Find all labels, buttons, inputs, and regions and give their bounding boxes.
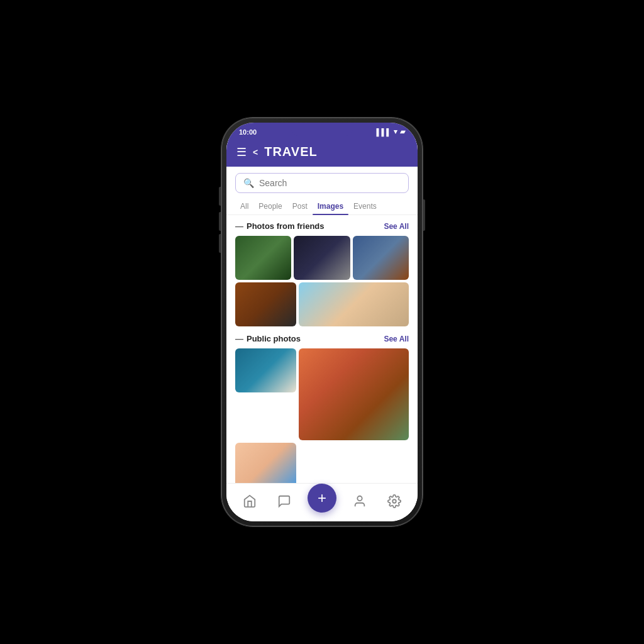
wifi-icon: ▾ <box>394 128 397 136</box>
public-photos-title: Public photos <box>235 334 301 343</box>
notch <box>291 123 353 136</box>
add-icon: + <box>318 489 326 507</box>
friends-photo-3[interactable] <box>353 236 409 280</box>
profile-nav-icon[interactable] <box>348 490 371 513</box>
friends-photos-title: Photos from friends <box>235 221 325 231</box>
chat-nav-icon[interactable] <box>273 490 296 513</box>
bottom-nav: + <box>226 483 418 521</box>
settings-nav-icon[interactable] <box>383 490 406 513</box>
friends-photo-2[interactable] <box>294 236 350 280</box>
public-photo-3[interactable] <box>235 443 296 483</box>
svg-point-1 <box>392 499 396 503</box>
friends-photo-4[interactable] <box>235 282 296 326</box>
friends-bottom-grid <box>235 282 409 326</box>
search-icon: 🔍 <box>243 178 254 188</box>
home-nav-icon[interactable] <box>238 490 261 513</box>
phone-screen: 10:00 ▌▌▌ ▾ ▰ ☰ < TRAVEL 🔍 <box>226 123 418 521</box>
search-input[interactable] <box>259 178 401 188</box>
public-photo-2[interactable] <box>299 348 409 440</box>
friends-photo-5[interactable] <box>299 282 409 326</box>
friends-top-grid <box>235 236 409 280</box>
scroll-content[interactable]: Photos from friends See All Public photo… <box>226 215 418 483</box>
search-section: 🔍 <box>226 167 418 193</box>
tab-all[interactable]: All <box>235 198 253 214</box>
friends-photo-1[interactable] <box>235 236 291 280</box>
phone-frame: 10:00 ▌▌▌ ▾ ▰ ☰ < TRAVEL 🔍 <box>221 118 423 526</box>
public-top-grid <box>235 348 409 440</box>
public-see-all[interactable]: See All <box>384 335 409 343</box>
app-title: TRAVEL <box>264 145 318 159</box>
friends-see-all[interactable]: See All <box>384 222 409 231</box>
search-bar[interactable]: 🔍 <box>235 173 409 193</box>
public-photos-header: Public photos See All <box>235 334 409 343</box>
tab-images[interactable]: Images <box>313 198 348 214</box>
back-icon[interactable]: < <box>253 147 258 157</box>
add-button[interactable]: + <box>308 484 336 513</box>
status-icons: ▌▌▌ ▾ ▰ <box>377 128 405 136</box>
filter-tabs: All People Post Images Events <box>226 193 418 215</box>
friends-photos-header: Photos from friends See All <box>235 221 409 231</box>
app-header: ☰ < TRAVEL <box>226 138 418 167</box>
public-photo-1[interactable] <box>235 348 296 392</box>
app-content: ☰ < TRAVEL 🔍 All People Post Images Even… <box>226 138 418 521</box>
battery-icon: ▰ <box>400 128 405 136</box>
status-time: 10:00 <box>239 128 257 136</box>
public-bottom-grid <box>235 443 409 483</box>
signal-icon: ▌▌▌ <box>377 128 391 136</box>
svg-point-0 <box>357 496 362 501</box>
menu-icon[interactable]: ☰ <box>236 145 247 159</box>
tab-people[interactable]: People <box>253 198 287 214</box>
tab-post[interactable]: Post <box>287 198 313 214</box>
tab-events[interactable]: Events <box>348 198 382 214</box>
